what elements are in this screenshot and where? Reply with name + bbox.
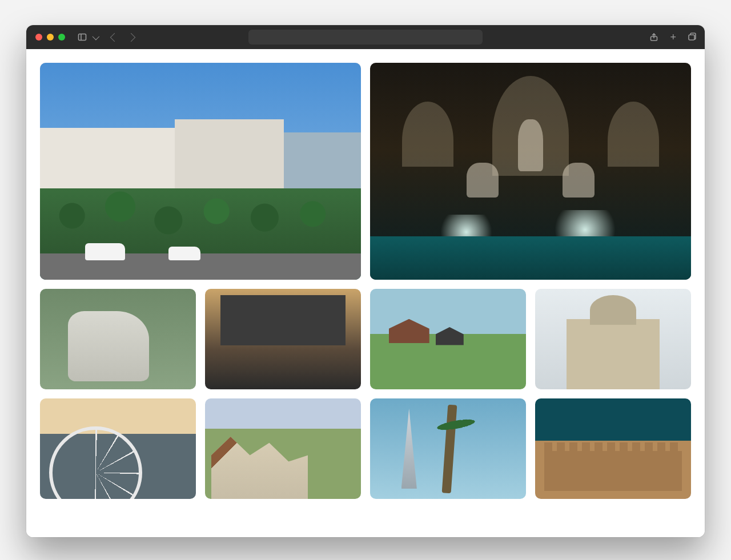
tower-silhouette xyxy=(401,409,417,489)
gallery-item[interactable] xyxy=(535,398,691,499)
gallery-item[interactable] xyxy=(40,398,196,499)
photo-street-palms xyxy=(40,63,361,280)
browser-window: + xyxy=(26,25,705,537)
gallery-row xyxy=(40,398,691,499)
minimize-window-button[interactable] xyxy=(47,34,54,41)
gallery-item[interactable] xyxy=(205,289,361,389)
forward-button[interactable] xyxy=(127,33,136,42)
share-icon[interactable] xyxy=(649,33,658,42)
tab-overview-icon[interactable] xyxy=(688,33,697,42)
gallery-row xyxy=(40,63,691,280)
gallery-item[interactable] xyxy=(535,289,691,389)
gallery-item[interactable] xyxy=(40,63,361,280)
chevron-down-icon[interactable] xyxy=(93,33,100,40)
svg-rect-0 xyxy=(79,34,86,41)
photo-gallery xyxy=(26,49,705,537)
window-controls xyxy=(35,34,65,41)
back-button[interactable] xyxy=(110,33,119,42)
zoom-window-button[interactable] xyxy=(58,34,65,41)
gallery-row xyxy=(40,289,691,389)
new-tab-button[interactable]: + xyxy=(670,32,676,42)
gallery-item[interactable] xyxy=(370,398,526,499)
svg-rect-3 xyxy=(689,35,694,40)
close-window-button[interactable] xyxy=(35,34,42,41)
gallery-item[interactable] xyxy=(370,289,526,389)
sidebar-icon[interactable] xyxy=(78,33,87,42)
titlebar: + xyxy=(26,25,705,49)
gallery-item[interactable] xyxy=(40,289,196,389)
gallery-item[interactable] xyxy=(205,398,361,499)
address-bar[interactable] xyxy=(248,30,483,45)
gallery-item[interactable] xyxy=(370,63,691,280)
photo-trevi-fountain xyxy=(370,63,691,280)
